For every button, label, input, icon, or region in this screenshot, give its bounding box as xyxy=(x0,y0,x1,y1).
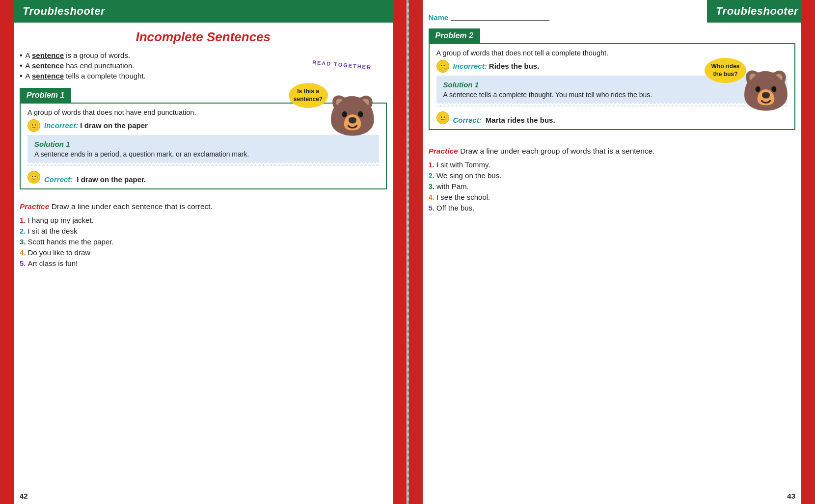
problem1-correct-line: Correct: I draw on the paper. xyxy=(44,175,146,184)
practice-num-r2: 2. xyxy=(429,171,435,180)
problem1-label: Problem 1 xyxy=(20,88,71,103)
problem1-incorrect-row: 🙁 Incorrect: I draw on the paper xyxy=(27,119,379,132)
practice-num-l5: 5. xyxy=(20,259,26,267)
practice-text-r4: I see the school. xyxy=(436,193,490,201)
name-underline xyxy=(451,20,549,21)
correct-label-1: Correct: xyxy=(44,175,73,184)
practice-num-l1: 1. xyxy=(20,216,26,224)
practice-item-r3: 3. with Pam. xyxy=(429,182,796,190)
practice-text-r1: I sit with Tommy. xyxy=(436,160,490,169)
practice-item-l1: 1. I hang up my jacket. xyxy=(20,216,387,224)
practice-text-l3: Scott hands me the paper. xyxy=(28,238,114,246)
practice-item-r2: 2. We sing on the bus. xyxy=(429,171,796,180)
left-page-inner: Troubleshooter READ TOGETHER Incomplete … xyxy=(14,0,393,504)
left-title: Troubleshooter xyxy=(23,5,105,17)
incorrect-label-2: Incorrect: xyxy=(453,62,487,70)
correct-label-2: Correct: xyxy=(453,116,482,124)
right-page: Name Troubleshooter Who ridesthe bus? 🐻 … xyxy=(409,0,815,504)
solution-box-left: Solution 1 A sentence ends in a period, … xyxy=(27,135,379,163)
practice-label-left: Practice xyxy=(20,202,49,211)
practice-title-right: Practice Draw a line under each group of… xyxy=(429,146,796,157)
practice-text-r3: with Pam. xyxy=(436,182,469,190)
practice-item-l4: 4. Do you like to draw xyxy=(20,248,387,257)
practice-text-l2: I sit at the desk xyxy=(28,227,78,235)
practice-num-r3: 3. xyxy=(429,182,435,190)
solution1-text-left: A sentence ends in a period, a question … xyxy=(34,150,372,158)
practice-text-r5: Off the bus. xyxy=(436,204,474,212)
practice-item-l2: 2. I sit at the desk xyxy=(20,227,387,235)
problem2-incorrect-text: Rides the bus. xyxy=(489,62,540,70)
frown-icon-2: 🙁 xyxy=(436,60,449,73)
right-header-banner: Troubleshooter xyxy=(707,0,807,23)
practice-num-l2: 2. xyxy=(20,227,26,235)
speech-bubble-text-right: Who ridesthe bus? xyxy=(711,63,739,78)
bold-sentence-3: sentence xyxy=(32,72,64,80)
practice-item-r5: 5. Off the bus. xyxy=(429,204,796,212)
left-page: Troubleshooter READ TOGETHER Incomplete … xyxy=(0,0,407,504)
practice-item-l5: 5. Art class is fun! xyxy=(20,259,387,267)
right-header: Name xyxy=(423,0,713,23)
problem1-correct-row: 🙂 Correct: I draw on the paper. xyxy=(27,171,379,184)
practice-label-right: Practice xyxy=(429,147,458,155)
practice-instruction-left: Draw a line under each sentence that is … xyxy=(52,202,213,211)
problem1-incorrect-line: Incorrect: I draw on the paper xyxy=(44,121,148,130)
problem2-correct-text: Marta rides the bus. xyxy=(486,116,555,124)
problem2-wrapper: Who ridesthe bus? 🐻 Problem 2 A group of… xyxy=(429,28,796,135)
practice-item-r4: 4. I see the school. xyxy=(429,193,796,201)
bold-sentence-1: sentence xyxy=(32,51,64,59)
practice-item-l3: 3. Scott hands me the paper. xyxy=(20,238,387,246)
practice-num-r5: 5. xyxy=(429,204,435,212)
practice-num-l4: 4. xyxy=(20,248,26,257)
frown-icon-1: 🙁 xyxy=(27,119,40,132)
name-label: Name xyxy=(429,13,550,22)
problem2-container: A group of words that does not tell a co… xyxy=(429,43,796,130)
practice-list-right: 1. I sit with Tommy. 2. We sing on the b… xyxy=(429,160,796,212)
practice-section-left: Practice Draw a line under each sentence… xyxy=(20,201,387,270)
solution1-title-left: Solution 1 xyxy=(34,140,372,148)
problem1-wrapper: Is this asentence? 🐻 Problem 1 A group o… xyxy=(20,88,387,194)
practice-text-l5: Art class is fun! xyxy=(28,259,78,267)
left-header-banner: Troubleshooter xyxy=(14,0,393,23)
speech-bubble-right: Who ridesthe bus? xyxy=(705,58,746,83)
practice-num-l3: 3. xyxy=(20,238,26,246)
problem1-correct-text: I draw on the paper. xyxy=(77,175,146,184)
problem2-correct-row: 🙂 Correct: Marta rides the bus. xyxy=(436,111,788,124)
problem2-label: Problem 2 xyxy=(429,28,480,43)
bear-mascot-left: 🐻 xyxy=(328,93,377,139)
practice-text-r2: We sing on the bus. xyxy=(436,171,501,180)
name-text: Name xyxy=(429,13,449,22)
problem2-description: A group of words that does not tell a co… xyxy=(436,49,788,57)
practice-num-r1: 1. xyxy=(429,160,435,169)
practice-title-left: Practice Draw a line under each sentence… xyxy=(20,201,387,212)
smiley-icon-2: 🙂 xyxy=(436,111,449,124)
practice-list-left: 1. I hang up my jacket. 2. I sit at the … xyxy=(20,216,387,267)
practice-text-l1: I hang up my jacket. xyxy=(28,216,94,224)
practice-text-l4: Do you like to draw xyxy=(28,248,91,257)
speech-bubble-text-left: Is this asentence? xyxy=(294,88,323,103)
right-header-row: Name Troubleshooter xyxy=(423,0,802,23)
practice-section-right: Practice Draw a line under each group of… xyxy=(429,146,796,214)
solution1-text-right: A sentence tells a complete thought. You… xyxy=(443,91,781,99)
right-page-content: Who ridesthe bus? 🐻 Problem 2 A group of… xyxy=(429,23,796,504)
bear-mascot-right: 🐻 xyxy=(741,68,790,114)
right-page-inner: Name Troubleshooter Who ridesthe bus? 🐻 … xyxy=(423,0,802,504)
smiley-icon-1: 🙂 xyxy=(27,171,40,184)
bullet-item-1: A sentence is a group of words. xyxy=(20,51,387,60)
problem1-incorrect-text: I draw on the paper xyxy=(80,121,148,130)
practice-num-r4: 4. xyxy=(429,193,435,201)
left-page-content: READ TOGETHER Incomplete Sentences A sen… xyxy=(20,23,387,504)
practice-item-r1: 1. I sit with Tommy. xyxy=(429,160,796,169)
page-num-left: 42 xyxy=(20,488,387,504)
section-title: Incomplete Sentences xyxy=(20,29,387,45)
bullet-item-3: A sentence tells a complete thought. xyxy=(20,72,387,80)
problem2-correct-line: Correct: Marta rides the bus. xyxy=(453,116,555,124)
problem1-description: A group of words that does not have end … xyxy=(27,108,379,116)
page-num-right: 43 xyxy=(429,488,796,504)
incorrect-label-1: Incorrect: xyxy=(44,121,78,130)
practice-instruction-right: Draw a line under each group of words th… xyxy=(460,147,654,155)
problem2-incorrect-line: Incorrect: Rides the bus. xyxy=(453,62,540,70)
right-title: Troubleshooter xyxy=(716,5,798,17)
speech-bubble-left: Is this asentence? xyxy=(289,83,328,108)
bold-sentence-2: sentence xyxy=(32,61,64,70)
